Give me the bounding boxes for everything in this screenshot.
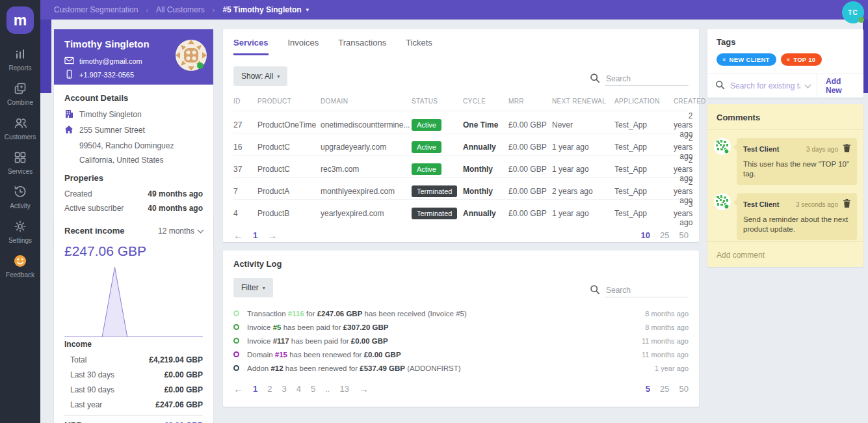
next-page-arrow[interactable]: → <box>267 230 277 241</box>
comment-item: Test Client 3 days ago This user has the… <box>714 138 857 185</box>
status-badge: Terminated <box>412 208 457 219</box>
page-size-5[interactable]: 5 <box>646 384 650 394</box>
tab-transactions[interactable]: Transactions <box>338 38 386 55</box>
page-size-50[interactable]: 50 <box>679 384 689 394</box>
property-row: Active subscriber 40 months ago <box>64 204 203 213</box>
chevron-down-icon[interactable] <box>805 82 811 89</box>
page-number[interactable]: 3 <box>282 384 286 394</box>
page-number[interactable]: 1 <box>253 230 257 240</box>
log-timestamp: 11 months ago <box>642 337 689 345</box>
column-header-cycle[interactable]: CYCLE <box>463 98 508 105</box>
tags-search-input[interactable] <box>730 81 800 90</box>
income-period-dropdown[interactable]: 12 months <box>158 226 203 236</box>
app-sidebar: m Reports Combine Customers Services Act… <box>0 0 40 423</box>
activity-log-card: Activity Log Filter ▾ Transaction #116 f… <box>223 251 699 407</box>
activity-log-entry: Invoice #117 has been paid for £0.00 GBP… <box>233 334 689 348</box>
customer-email[interactable]: timothy@gmail.com <box>79 57 142 65</box>
mrr-row: MRR£0.00 GBP <box>64 415 203 423</box>
page-number[interactable]: 5 <box>311 384 315 394</box>
user-avatar[interactable]: TC <box>842 1 864 23</box>
comment-bubble: Test Client 3 seconds ago Send a reminde… <box>737 193 857 240</box>
sidebar-item-label: Combine <box>7 99 33 106</box>
activity-log-entry: Addon #12 has been renewed for £537.49 G… <box>233 361 689 375</box>
tags-card: Tags × NEW CLIENT × TOP 10 Add New <box>707 29 863 98</box>
column-header-status[interactable]: STATUS <box>412 98 463 105</box>
table-row[interactable]: 37ProductC rec3m.com Active Monthly£0.00… <box>233 155 689 177</box>
commenter-avatar <box>714 138 731 185</box>
delete-comment-icon[interactable] <box>843 198 850 210</box>
table-row[interactable]: 7ProductA monthlyeexpired.com Terminated… <box>233 177 689 199</box>
page-number[interactable]: 13 <box>339 384 349 394</box>
remove-tag-icon[interactable]: × <box>722 57 726 63</box>
column-header-id[interactable]: ID <box>233 98 257 105</box>
sidebar-item-label: Reports <box>8 64 31 72</box>
page-number[interactable]: 4 <box>296 384 301 394</box>
sidebar-item-feedback[interactable]: Feedback <box>6 254 34 279</box>
breadcrumb-current-customer[interactable]: #5 Timothy Singleton <box>222 5 301 14</box>
recent-income-title: Recent income <box>64 226 124 236</box>
top-bar: Customer Segmentation › All Customers › … <box>40 0 868 20</box>
services-search-input[interactable] <box>605 72 689 86</box>
add-new-tag-button[interactable]: Add New <box>817 74 863 98</box>
page-size-10[interactable]: 10 <box>641 230 650 240</box>
page-number[interactable]: 1 <box>253 384 257 394</box>
address-line-1: 255 Sumner Street <box>79 125 145 137</box>
sidebar-item-activity[interactable]: Activity <box>10 185 31 210</box>
activity-filter-dropdown[interactable]: Filter ▾ <box>233 278 273 297</box>
column-header-next-renewal[interactable]: NEXT RENEWAL <box>552 98 614 105</box>
status-dot-icon <box>233 365 239 371</box>
income-row-label: Last 90 days <box>70 385 114 394</box>
services-icon <box>13 150 27 165</box>
customer-phone[interactable]: +1.907-332-0565 <box>79 71 134 79</box>
page-size-50[interactable]: 50 <box>679 230 689 240</box>
activity-search-input[interactable] <box>605 284 689 297</box>
tag-new-client[interactable]: × NEW CLIENT <box>717 53 776 66</box>
sidebar-item-reports[interactable]: Reports <box>8 47 31 72</box>
property-row: Created 49 months ago <box>64 189 203 198</box>
caret-down-icon: ▾ <box>277 74 280 79</box>
tab-invoices[interactable]: Invoices <box>288 38 319 55</box>
remove-tag-icon[interactable]: × <box>787 57 791 63</box>
sidebar-item-services[interactable]: Services <box>8 150 33 175</box>
search-icon <box>590 73 600 86</box>
show-filter-dropdown[interactable]: Show: All ▾ <box>233 66 287 86</box>
sidebar-item-settings[interactable]: Settings <box>8 219 32 244</box>
tag-top-10[interactable]: × TOP 10 <box>781 53 822 66</box>
income-row-value: £0.00 GBP <box>164 385 203 394</box>
status-badge: Active <box>412 141 441 153</box>
chevron-down-icon[interactable]: ▾ <box>306 7 309 13</box>
table-row[interactable]: 27ProductOneTime onetimediscounttermine.… <box>233 111 689 133</box>
sidebar-item-combine[interactable]: Combine <box>7 81 33 106</box>
tab-tickets[interactable]: Tickets <box>406 38 432 55</box>
income-row: Last 30 days£0.00 GBP <box>64 370 203 379</box>
app-logo[interactable]: m <box>7 7 34 34</box>
column-header-product[interactable]: PRODUCT <box>257 98 321 105</box>
services-table-header: ID PRODUCT DOMAIN STATUS CYCLE MRR NEXT … <box>233 98 689 111</box>
delete-comment-icon[interactable] <box>843 143 850 155</box>
column-header-application[interactable]: APPLICATION <box>614 98 674 105</box>
page-number[interactable]: 2 <box>267 384 272 394</box>
email-icon <box>64 57 74 66</box>
column-header-created[interactable]: CREATED <box>674 98 706 105</box>
prev-page-arrow[interactable]: ← <box>233 383 243 394</box>
prev-page-arrow[interactable]: ← <box>233 230 243 241</box>
recent-income-amount: £247.06 GBP <box>64 243 203 259</box>
column-header-mrr[interactable]: MRR <box>508 98 552 105</box>
table-row[interactable]: 16ProductC upgradeyearly.com Active Annu… <box>233 133 689 155</box>
breadcrumb-customer-segmentation[interactable]: Customer Segmentation <box>54 5 138 14</box>
customer-nav-strip-right <box>863 20 868 93</box>
activity-history-icon <box>13 185 27 199</box>
customer-nav-strip-left <box>40 20 51 93</box>
tab-services[interactable]: Services <box>233 38 269 55</box>
caret-down-icon: ▾ <box>263 285 265 291</box>
page-size-25[interactable]: 25 <box>660 230 669 240</box>
breadcrumb-all-customers[interactable]: All Customers <box>156 5 205 14</box>
page-size-25[interactable]: 25 <box>660 384 669 394</box>
gear-icon <box>13 219 27 234</box>
next-page-arrow[interactable]: → <box>359 383 369 394</box>
sidebar-item-customers[interactable]: Customers <box>5 116 36 141</box>
add-comment-input[interactable] <box>717 251 854 260</box>
column-header-domain[interactable]: DOMAIN <box>321 98 412 105</box>
income-row: Total£4,219.04 GBP <box>64 355 203 364</box>
table-row[interactable]: 4ProductB yearlyexpired.com Terminated A… <box>233 199 689 221</box>
